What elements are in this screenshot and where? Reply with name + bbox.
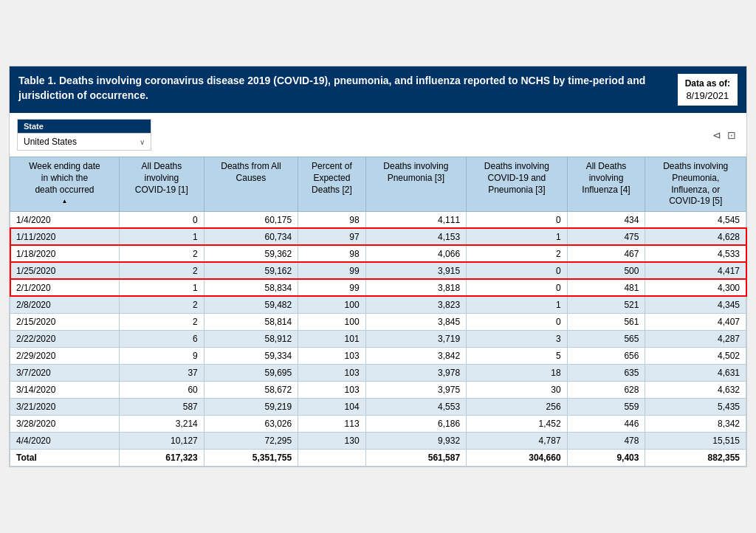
row-8-col-6: 656 xyxy=(567,347,645,364)
row-11-col-7: 5,435 xyxy=(645,398,746,415)
table-row: 1/18/2020259,362984,06624674,533 xyxy=(10,245,746,262)
row-4-col-3: 99 xyxy=(298,279,365,296)
table-row: 1/25/2020259,162993,91505004,417 xyxy=(10,262,746,279)
row-11-col-3: 104 xyxy=(298,398,365,415)
row-12-col-3: 113 xyxy=(298,415,365,432)
row-12-col-7: 8,342 xyxy=(645,415,746,432)
row-9-col-5: 18 xyxy=(467,364,567,381)
row-0-col-4: 4,111 xyxy=(365,211,466,228)
data-table: Week ending datein which thedeath occurr… xyxy=(10,157,746,466)
total-pni-covid: 882,355 xyxy=(645,449,746,466)
total-label: Total xyxy=(10,449,120,466)
row-2-col-4: 4,066 xyxy=(365,245,466,262)
row-3-col-5: 0 xyxy=(467,262,567,279)
col-header-pni-covid: Deaths involvingPneumonia,Influenza, orC… xyxy=(645,157,746,211)
row-0-col-6: 434 xyxy=(567,211,645,228)
table-row: 3/7/20203759,6951033,978186354,631 xyxy=(10,364,746,381)
row-9-col-0: 3/7/2020 xyxy=(10,364,120,381)
state-label: State xyxy=(18,120,151,133)
col-header-covid-pneumonia: Deaths involvingCOVID-19 andPneumonia [3… xyxy=(467,157,567,211)
table-footer: Total 617,323 5,351,755 561,587 304,660 … xyxy=(10,449,746,466)
table-row: 1/4/2020060,175984,11104344,545 xyxy=(10,211,746,228)
toolbar-icons: ⊲ ⊡ xyxy=(712,129,739,141)
row-13-col-6: 478 xyxy=(567,432,645,449)
row-6-col-5: 0 xyxy=(467,313,567,330)
row-8-col-1: 9 xyxy=(119,347,204,364)
state-dropdown[interactable]: State United States ∨ xyxy=(17,119,151,151)
row-11-col-2: 59,219 xyxy=(204,398,298,415)
totals-row: Total 617,323 5,351,755 561,587 304,660 … xyxy=(10,449,746,466)
row-8-col-4: 3,842 xyxy=(365,347,466,364)
row-7-col-3: 101 xyxy=(298,330,365,347)
col-header-date: Week ending datein which thedeath occurr… xyxy=(10,157,120,211)
row-5-col-3: 100 xyxy=(298,296,365,313)
table-row: 4/4/202010,12772,2951309,9324,78747815,5… xyxy=(10,432,746,449)
row-9-col-4: 3,978 xyxy=(365,364,466,381)
row-2-col-6: 467 xyxy=(567,245,645,262)
row-8-col-5: 5 xyxy=(467,347,567,364)
data-as-of-label: Data as of: xyxy=(685,78,730,89)
row-0-col-3: 98 xyxy=(298,211,365,228)
total-all-causes: 5,351,755 xyxy=(204,449,298,466)
row-4-col-6: 481 xyxy=(567,279,645,296)
row-5-col-1: 2 xyxy=(119,296,204,313)
expand-icon[interactable]: ⊡ xyxy=(727,129,736,141)
row-3-col-0: 1/25/2020 xyxy=(10,262,120,279)
row-5-col-4: 3,823 xyxy=(365,296,466,313)
row-11-col-6: 559 xyxy=(567,398,645,415)
table-row: 2/8/2020259,4821003,82315214,345 xyxy=(10,296,746,313)
total-covid-pneumonia: 304,660 xyxy=(467,449,567,466)
row-11-col-5: 256 xyxy=(467,398,567,415)
col-header-pneumonia: Deaths involvingPneumonia [3] xyxy=(365,157,466,211)
row-7-col-5: 3 xyxy=(467,330,567,347)
col-header-influenza: All DeathsinvolvingInfluenza [4] xyxy=(567,157,645,211)
table-row: 3/28/20203,21463,0261136,1861,4524468,34… xyxy=(10,415,746,432)
state-select[interactable]: United States ∨ xyxy=(18,133,151,150)
row-10-col-1: 60 xyxy=(119,381,204,398)
total-covid: 617,323 xyxy=(119,449,204,466)
state-selected-value: United States xyxy=(24,137,77,147)
row-10-col-5: 30 xyxy=(467,381,567,398)
row-6-col-2: 58,814 xyxy=(204,313,298,330)
row-10-col-2: 58,672 xyxy=(204,381,298,398)
row-1-col-5: 1 xyxy=(467,228,567,245)
row-6-col-0: 2/15/2020 xyxy=(10,313,120,330)
chevron-down-icon: ∨ xyxy=(140,138,145,146)
row-4-col-4: 3,818 xyxy=(365,279,466,296)
row-2-col-5: 2 xyxy=(467,245,567,262)
row-13-col-0: 4/4/2020 xyxy=(10,432,120,449)
data-as-of-value: 8/19/2021 xyxy=(686,90,729,101)
table-header-row: Week ending datein which thedeath occurr… xyxy=(10,157,746,211)
table-row: 3/14/20206058,6721033,975306284,632 xyxy=(10,381,746,398)
row-9-col-7: 4,631 xyxy=(645,364,746,381)
row-7-col-2: 58,912 xyxy=(204,330,298,347)
row-13-col-7: 15,515 xyxy=(645,432,746,449)
total-pneumonia: 561,587 xyxy=(365,449,466,466)
table-row: 1/11/2020160,734974,15314754,628 xyxy=(10,228,746,245)
row-3-col-2: 59,162 xyxy=(204,262,298,279)
row-4-col-2: 58,834 xyxy=(204,279,298,296)
row-8-col-0: 2/29/2020 xyxy=(10,347,120,364)
table-title: Table 1. Deaths involving coronavirus di… xyxy=(18,74,678,106)
row-13-col-5: 4,787 xyxy=(467,432,567,449)
row-0-col-7: 4,545 xyxy=(645,211,746,228)
row-6-col-3: 100 xyxy=(298,313,365,330)
row-3-col-7: 4,417 xyxy=(645,262,746,279)
row-12-col-0: 3/28/2020 xyxy=(10,415,120,432)
table-row: 2/29/2020959,3341033,84256564,502 xyxy=(10,347,746,364)
row-9-col-2: 59,695 xyxy=(204,364,298,381)
filter-area: State United States ∨ ⊲ ⊡ xyxy=(10,113,746,157)
row-7-col-0: 2/22/2020 xyxy=(10,330,120,347)
row-4-col-5: 0 xyxy=(467,279,567,296)
row-4-col-7: 4,300 xyxy=(645,279,746,296)
row-6-col-7: 4,407 xyxy=(645,313,746,330)
row-7-col-7: 4,287 xyxy=(645,330,746,347)
row-3-col-3: 99 xyxy=(298,262,365,279)
row-7-col-6: 565 xyxy=(567,330,645,347)
filter-icon[interactable]: ⊲ xyxy=(712,129,721,141)
col-header-pct-expected: Percent ofExpectedDeaths [2] xyxy=(298,157,365,211)
table-row: 2/22/2020658,9121013,71935654,287 xyxy=(10,330,746,347)
row-1-col-0: 1/11/2020 xyxy=(10,228,120,245)
row-13-col-4: 9,932 xyxy=(365,432,466,449)
row-7-col-1: 6 xyxy=(119,330,204,347)
